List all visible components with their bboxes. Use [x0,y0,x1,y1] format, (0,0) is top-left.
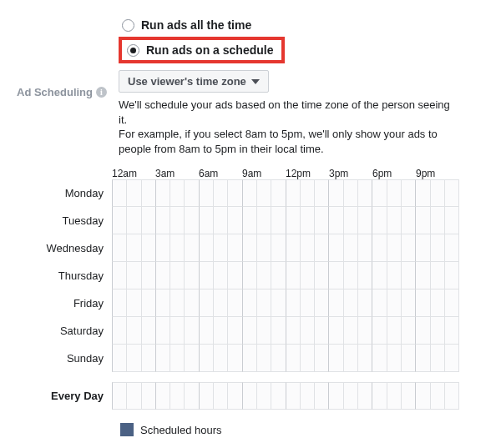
schedule-cell[interactable] [213,382,227,410]
schedule-cell[interactable] [170,234,184,262]
schedule-cell[interactable] [126,382,140,410]
schedule-cell[interactable] [372,234,386,262]
schedule-cell[interactable] [430,382,444,410]
schedule-cell[interactable] [199,289,213,317]
schedule-cell[interactable] [430,289,444,317]
schedule-cell[interactable] [141,382,155,410]
schedule-cell[interactable] [357,234,372,262]
schedule-cell[interactable] [141,289,155,317]
schedule-cell[interactable] [401,207,415,234]
schedule-cell[interactable] [256,179,271,207]
schedule-cell[interactable] [300,289,314,317]
schedule-cell[interactable] [141,317,155,345]
schedule-cell[interactable] [126,262,140,289]
schedule-cell[interactable] [242,382,256,410]
schedule-cell[interactable] [184,317,198,345]
schedule-cell[interactable] [444,262,459,289]
schedule-cell[interactable] [155,234,170,262]
schedule-cell[interactable] [256,262,271,289]
schedule-cell[interactable] [387,382,401,410]
schedule-cell[interactable] [155,262,170,289]
schedule-cell[interactable] [242,289,256,317]
schedule-cell[interactable] [126,317,140,345]
schedule-cell[interactable] [227,262,241,289]
schedule-cell[interactable] [213,317,227,345]
schedule-cell[interactable] [256,234,271,262]
schedule-cell[interactable] [314,234,328,262]
schedule-cell[interactable] [199,382,213,410]
schedule-cell[interactable] [213,179,227,207]
schedule-cell[interactable] [242,207,256,234]
schedule-cell[interactable] [430,262,444,289]
schedule-cell[interactable] [328,382,342,410]
schedule-cell[interactable] [271,289,285,317]
schedule-cell[interactable] [444,345,459,372]
schedule-cell[interactable] [126,179,140,207]
schedule-cell[interactable] [271,345,285,372]
schedule-cell[interactable] [126,207,140,234]
schedule-cell[interactable] [401,345,415,372]
schedule-cell[interactable] [314,179,328,207]
schedule-cell[interactable] [199,262,213,289]
schedule-cell[interactable] [286,207,300,234]
schedule-cell[interactable] [286,289,300,317]
schedule-cell[interactable] [328,179,342,207]
schedule-cell[interactable] [227,317,241,345]
schedule-cell[interactable] [112,345,126,372]
schedule-cell[interactable] [343,289,357,317]
schedule-cell[interactable] [300,179,314,207]
schedule-cell[interactable] [256,207,271,234]
schedule-cell[interactable] [170,179,184,207]
schedule-cell[interactable] [401,382,415,410]
schedule-cell[interactable] [184,262,198,289]
schedule-cell[interactable] [155,207,170,234]
schedule-cell[interactable] [155,289,170,317]
schedule-cell[interactable] [141,345,155,372]
schedule-cell[interactable] [444,179,459,207]
schedule-cell[interactable] [141,207,155,234]
schedule-cell[interactable] [415,289,429,317]
schedule-cell[interactable] [213,234,227,262]
schedule-cell[interactable] [357,382,372,410]
schedule-cell[interactable] [357,179,372,207]
schedule-cell[interactable] [227,289,241,317]
schedule-cell[interactable] [199,317,213,345]
schedule-cell[interactable] [213,207,227,234]
schedule-cell[interactable] [170,317,184,345]
schedule-cell[interactable] [401,317,415,345]
schedule-cell[interactable] [357,345,372,372]
schedule-cell[interactable] [387,317,401,345]
schedule-cell[interactable] [286,234,300,262]
schedule-cell[interactable] [170,382,184,410]
schedule-cell[interactable] [213,289,227,317]
schedule-cell[interactable] [242,345,256,372]
schedule-cell[interactable] [256,317,271,345]
schedule-cell[interactable] [343,262,357,289]
schedule-cell[interactable] [314,382,328,410]
schedule-cell[interactable] [271,262,285,289]
radio-run-on-schedule[interactable]: Run ads on a schedule [124,40,276,60]
schedule-cell[interactable] [141,179,155,207]
schedule-cell[interactable] [256,382,271,410]
schedule-cell[interactable] [372,317,386,345]
schedule-cell[interactable] [300,262,314,289]
schedule-cell[interactable] [286,345,300,372]
schedule-cell[interactable] [343,345,357,372]
schedule-cell[interactable] [112,317,126,345]
schedule-cell[interactable] [300,207,314,234]
schedule-cell[interactable] [242,317,256,345]
schedule-cell[interactable] [242,179,256,207]
schedule-cell[interactable] [372,207,386,234]
schedule-cell[interactable] [227,234,241,262]
schedule-cell[interactable] [170,289,184,317]
schedule-cell[interactable] [242,262,256,289]
schedule-cell[interactable] [444,382,459,410]
schedule-cell[interactable] [314,317,328,345]
schedule-cell[interactable] [141,234,155,262]
schedule-cell[interactable] [387,289,401,317]
schedule-cell[interactable] [213,345,227,372]
schedule-cell[interactable] [387,345,401,372]
schedule-cell[interactable] [372,345,386,372]
schedule-cell[interactable] [170,345,184,372]
schedule-cell[interactable] [343,234,357,262]
